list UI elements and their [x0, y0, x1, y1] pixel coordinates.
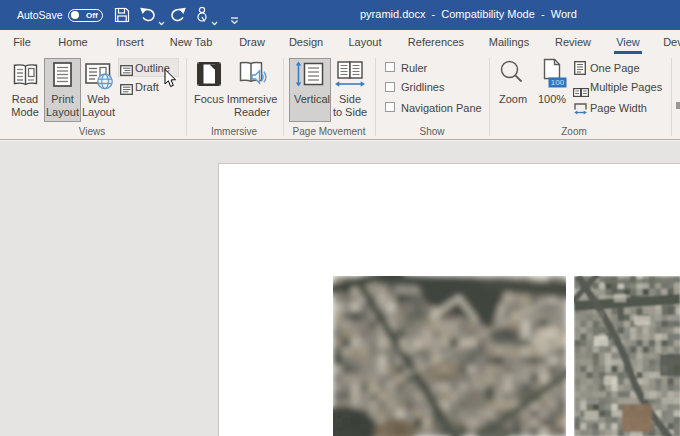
svg-text:100: 100 — [551, 78, 565, 87]
